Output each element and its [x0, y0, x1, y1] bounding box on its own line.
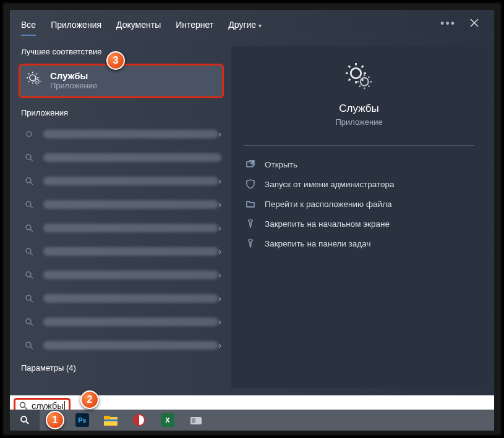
svg-line-47 [359, 77, 361, 78]
services-icon [27, 71, 43, 90]
search-icon [23, 153, 35, 162]
action-pin-to-start[interactable]: Закрепить на начальном экране [231, 214, 487, 234]
chevron-right-icon: › [218, 246, 221, 256]
svg-line-48 [368, 86, 369, 87]
action-run-as-admin[interactable]: Запуск от имени администратора [231, 174, 487, 194]
pin-icon [245, 238, 256, 248]
search-panel: Все Приложения Документы Интернет Другие… [10, 10, 494, 395]
action-open-file-location[interactable]: Перейти к расположению файла [231, 194, 487, 214]
svg-rect-60 [104, 416, 110, 419]
preview-panel: Службы Приложение Открыть Запуск от имен… [231, 46, 487, 388]
tab-apps[interactable]: Приложения [43, 12, 109, 36]
result-item[interactable]: › [10, 287, 231, 310]
tab-other[interactable]: Другие▾ [221, 12, 269, 36]
chevron-right-icon: › [218, 200, 221, 209]
svg-point-53 [20, 403, 25, 408]
folder-icon [245, 199, 256, 209]
svg-line-18 [30, 182, 33, 185]
close-icon[interactable] [469, 18, 479, 30]
svg-line-20 [30, 206, 33, 208]
tab-all[interactable]: Все [14, 12, 43, 36]
result-label-blurred [43, 224, 218, 232]
action-label: Закрепить на панели задач [265, 239, 370, 248]
action-label: Закрепить на начальном экране [265, 219, 390, 229]
result-label-blurred [43, 341, 218, 350]
svg-line-16 [30, 159, 33, 161]
svg-point-0 [30, 75, 36, 81]
best-match-subtitle: Приложение [50, 81, 97, 90]
svg-line-32 [30, 347, 33, 349]
chevron-right-icon: › [218, 317, 221, 327]
svg-point-25 [26, 272, 31, 277]
result-item[interactable]: › [10, 169, 231, 193]
svg-line-5 [28, 74, 30, 75]
result-label-blurred [43, 294, 218, 303]
svg-line-30 [30, 323, 33, 326]
pin-icon [245, 219, 256, 229]
svg-rect-66 [192, 418, 195, 423]
tab-internet[interactable]: Интернет [168, 12, 221, 36]
result-label-blurred [43, 130, 218, 138]
search-icon [23, 247, 35, 256]
section-apps: Приложения [10, 102, 231, 122]
chevron-right-icon: › [218, 293, 221, 303]
search-icon [23, 200, 35, 209]
svg-point-14 [27, 132, 32, 137]
svg-point-21 [26, 225, 31, 230]
action-open[interactable]: Открыть [231, 154, 487, 174]
taskbar-app-generic[interactable] [125, 410, 153, 431]
open-icon [245, 159, 256, 169]
action-label: Запуск от имени администратора [265, 180, 395, 189]
svg-point-17 [26, 178, 31, 183]
result-item[interactable]: › [10, 334, 231, 357]
svg-point-15 [26, 154, 31, 159]
best-match-title: Службы [50, 70, 97, 81]
chevron-right-icon: › [218, 129, 221, 139]
result-item[interactable]: › [10, 122, 231, 146]
more-options-icon[interactable]: ••• [440, 17, 456, 30]
svg-line-8 [28, 81, 30, 82]
taskbar-app-explorer[interactable] [96, 410, 125, 431]
preview-subtitle: Приложение [335, 117, 382, 127]
svg-text:Ps: Ps [78, 416, 86, 424]
results-column: Лучшее соответствие [10, 38, 231, 395]
svg-point-19 [26, 201, 31, 206]
svg-line-22 [30, 229, 33, 232]
preview-title: Службы [339, 103, 378, 115]
svg-line-49 [368, 77, 369, 78]
result-item[interactable]: › [10, 216, 231, 240]
services-icon [346, 63, 373, 93]
svg-point-29 [26, 319, 31, 324]
result-item[interactable]: › [10, 193, 231, 216]
callout-badge-2: 2 [80, 390, 99, 409]
result-label-blurred [43, 318, 218, 326]
taskbar-app-photoshop[interactable]: Ps [68, 410, 96, 431]
svg-line-52 [250, 161, 254, 164]
svg-point-27 [26, 295, 31, 300]
result-label-blurred [43, 247, 218, 256]
tab-other-label: Другие [228, 20, 256, 30]
action-pin-to-taskbar[interactable]: Закрепить на панели задач [231, 234, 487, 253]
result-item[interactable]: › [10, 240, 231, 263]
svg-point-23 [26, 248, 31, 253]
chevron-right-icon: › [218, 270, 221, 280]
chevron-right-icon: › [218, 340, 221, 350]
search-icon [23, 271, 35, 279]
result-item[interactable] [10, 146, 231, 169]
svg-line-38 [348, 66, 350, 68]
result-item[interactable]: › [10, 263, 231, 287]
search-icon [23, 224, 35, 232]
taskbar-search-button[interactable] [10, 410, 40, 431]
svg-point-42 [360, 78, 368, 86]
tab-documents[interactable]: Документы [109, 12, 168, 36]
shield-icon [245, 179, 256, 189]
app-icon [23, 130, 35, 138]
taskbar-app-excel[interactable]: X [153, 410, 182, 431]
taskbar-app-generic[interactable] [182, 410, 210, 431]
svg-line-28 [30, 300, 33, 302]
best-match-result[interactable]: Службы Приложение [19, 64, 224, 98]
svg-text:X: X [165, 416, 170, 424]
result-label-blurred [43, 153, 221, 162]
svg-point-31 [26, 342, 31, 347]
result-item[interactable]: › [10, 310, 231, 334]
